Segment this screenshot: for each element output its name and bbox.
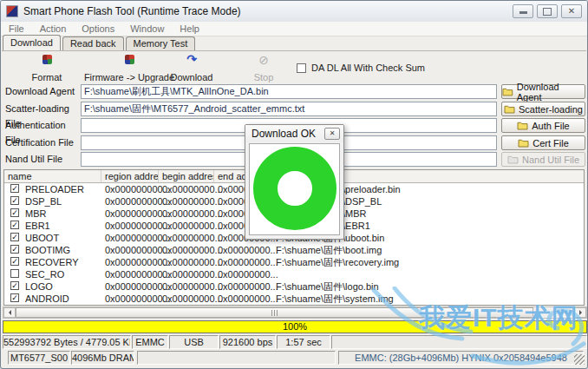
close-button[interactable]: ✕ [561, 4, 582, 18]
row-checkbox[interactable] [10, 269, 19, 278]
scroll-right-button[interactable] [574, 307, 586, 318]
header-name[interactable]: name [4, 170, 101, 182]
window-title: Smart Phone Flash Tool (Runtime Trace Mo… [23, 5, 241, 17]
table-row[interactable]: BOOTIMG0x000000000...0x00000000...0x0000… [4, 244, 584, 256]
download-agent-browse-button[interactable]: Download Agent [501, 84, 585, 99]
cell-location: F:\shuame\固件\recovery.img [272, 256, 585, 268]
scrollbar-thumb[interactable] [16, 307, 533, 318]
cell-begin: 0x00000000... [159, 244, 218, 256]
folder-icon [507, 155, 519, 164]
cell-begin: 0x00000000... [159, 183, 218, 195]
status-dram: 4096Mb DRAM [71, 351, 134, 365]
download-agent-field[interactable] [81, 84, 497, 99]
stop-label: Stop [254, 72, 274, 82]
status-bytes: 552993792 Bytes / 4779.05 KB [3, 335, 131, 349]
browse-button-label: Nand Util File [522, 155, 579, 165]
resize-grip[interactable] [574, 354, 585, 365]
cell-name: LOGO [22, 280, 105, 293]
cell-end: 0x00000000... [214, 268, 276, 280]
scatter-file-field[interactable] [81, 102, 497, 116]
row-checkbox[interactable] [10, 293, 19, 302]
row-checkbox[interactable] [10, 233, 19, 241]
cell-begin: 0x00000000... [159, 220, 218, 232]
stop-icon: ⊘ [258, 55, 269, 65]
table-row[interactable]: RECOVERY0x000000000...0x00000000...0x000… [4, 256, 584, 268]
cell-end: 0x00000000... [214, 256, 276, 268]
menu-file[interactable]: File [1, 23, 32, 34]
menu-action[interactable]: Action [32, 23, 75, 34]
row-checkbox[interactable] [10, 245, 19, 254]
cell-location [272, 268, 585, 280]
row-checkbox[interactable] [10, 184, 19, 193]
download-button[interactable]: ↷ Download [164, 55, 219, 82]
cell-location: F:\shuame\固件\logo.bin [272, 280, 585, 293]
progress-bar: 100% [3, 320, 587, 333]
row-checkbox[interactable] [10, 208, 19, 217]
table-row[interactable]: SEC_RO0x000000000...0x00000000...0x00000… [4, 268, 584, 280]
firmware-upgrade-icon [125, 55, 134, 64]
table-row[interactable]: LOGO0x000000000...0x00000000...0x0000000… [4, 280, 584, 293]
table-row[interactable]: ANDROID0x000000000...0x00000000...0x0000… [4, 293, 584, 305]
scatter-browse-button[interactable]: Scatter-loading [501, 102, 585, 116]
row-checkbox[interactable] [10, 281, 19, 290]
cert-browse-button[interactable]: Cert File [501, 135, 585, 150]
nand-util-label: Nand Util File [5, 152, 80, 167]
cert-file-label: Certification File [5, 135, 80, 150]
minimize-button[interactable] [513, 4, 533, 18]
horizontal-scrollbar[interactable] [3, 306, 587, 319]
menu-help[interactable]: Help [172, 23, 207, 34]
checksum-label: DA DL All With Check Sum [311, 63, 425, 73]
checksum-checkbox[interactable] [297, 63, 306, 73]
auth-browse-button[interactable]: Auth File [501, 118, 585, 133]
stop-button: ⊘ Stop [239, 55, 288, 82]
status-port: USB [169, 335, 219, 349]
cell-region: 0x000000000... [101, 195, 162, 208]
scroll-left-button[interactable] [3, 307, 16, 318]
title-bar: Smart Phone Flash Tool (Runtime Trace Mo… [1, 1, 587, 23]
download-label: Download [171, 72, 213, 82]
row-checkbox[interactable] [10, 221, 19, 229]
cell-name: EBR1 [22, 220, 105, 232]
success-ring [253, 147, 336, 230]
dialog-close-icon: ✕ [330, 129, 336, 137]
cell-begin: 0x00000000... [159, 208, 218, 220]
app-icon [6, 5, 18, 17]
menu-window[interactable]: Window [122, 23, 172, 34]
folder-icon [517, 122, 528, 130]
row-checkbox[interactable] [10, 196, 19, 205]
format-label: Format [32, 72, 62, 82]
flash-tool-window: Smart Phone Flash Tool (Runtime Trace Mo… [0, 0, 588, 369]
format-button[interactable]: Format [20, 55, 74, 82]
cell-name: SEC_RO [22, 268, 105, 280]
cell-name: PRELOADER [22, 183, 105, 195]
maximize-button[interactable] [537, 4, 558, 18]
cell-name: DSP_BL [22, 195, 105, 208]
dialog-close-button[interactable]: ✕ [324, 128, 340, 140]
scatter-file-label: Scatter-loading File [5, 102, 80, 116]
menu-bar: File Action Options Window Help [1, 22, 587, 36]
tab-memory-test[interactable]: Memory Test [126, 36, 196, 50]
cell-begin: 0x00000000... [159, 232, 218, 244]
row-checkbox[interactable] [10, 257, 19, 266]
header-region[interactable]: region address [101, 170, 159, 182]
header-begin[interactable]: begin address [159, 170, 214, 182]
cell-name: ANDROID [22, 293, 105, 305]
cell-region: 0x000000000... [101, 232, 162, 244]
cell-name: BOOTIMG [22, 244, 105, 256]
status-spacer-2 [137, 351, 336, 365]
menu-options[interactable]: Options [74, 23, 122, 34]
download-agent-label: Download Agent [5, 84, 80, 99]
folder-icon [518, 139, 529, 148]
tab-read-back[interactable]: Read back [62, 36, 124, 50]
checksum-option[interactable]: DA DL All With Check Sum [297, 63, 425, 73]
tab-bar: Download Read back Memory Test [3, 36, 587, 50]
cell-name: UBOOT [22, 232, 105, 244]
status-chip: MT6577_S00 [8, 351, 70, 365]
folder-icon [504, 105, 515, 114]
tab-download[interactable]: Download [3, 35, 61, 50]
browse-button-label: Scatter-loading [519, 104, 583, 115]
cell-name: RECOVERY [22, 256, 105, 268]
cell-begin: 0x00000000... [159, 268, 218, 280]
cell-region: 0x000000000... [101, 293, 162, 305]
cell-location: F:\shuame\固件\system.img [272, 293, 585, 305]
